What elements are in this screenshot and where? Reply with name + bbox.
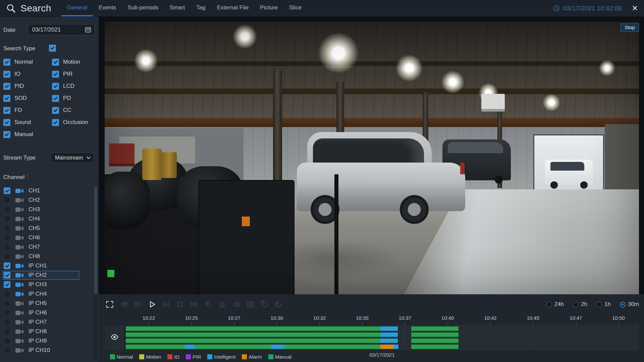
- tab-external-file[interactable]: External File: [211, 0, 254, 16]
- recording-segment-normal[interactable]: [126, 326, 381, 331]
- tab-slice[interactable]: Slice: [283, 0, 307, 16]
- checkbox[interactable]: [4, 291, 10, 297]
- tab-sub-periods[interactable]: Sub-periods: [122, 0, 164, 16]
- recording-segment-alarm[interactable]: [380, 345, 394, 349]
- range-option-2h[interactable]: 2h: [573, 301, 587, 308]
- play-icon[interactable]: [147, 300, 157, 309]
- timeline-row-ch1[interactable]: [125, 326, 639, 331]
- tab-events[interactable]: Events: [93, 0, 122, 16]
- checkbox[interactable]: [4, 272, 10, 279]
- channel-select-all-checkbox[interactable]: [28, 173, 28, 180]
- search-type-option-pid[interactable]: PID: [3, 80, 52, 92]
- video-player[interactable]: Stop: [105, 22, 639, 294]
- checkbox[interactable]: [52, 71, 59, 78]
- search-type-option-lcd[interactable]: LCD: [52, 80, 96, 92]
- range-option-1h[interactable]: 1h: [596, 301, 611, 308]
- calendar-icon[interactable]: [85, 26, 92, 33]
- checkbox[interactable]: [4, 319, 10, 325]
- recording-segment-intelligent[interactable]: [185, 345, 195, 349]
- checkbox[interactable]: [3, 71, 10, 78]
- tab-picture[interactable]: Picture: [254, 0, 283, 16]
- range-option-24h[interactable]: 24h: [546, 301, 564, 308]
- recording-segment-normal[interactable]: [284, 345, 380, 349]
- fullscreen-icon[interactable]: [105, 300, 114, 309]
- checkbox[interactable]: [3, 131, 10, 138]
- recording-segment-normal[interactable]: [126, 333, 381, 337]
- channel-row-ip-ch7[interactable]: IP CH7: [3, 318, 79, 326]
- recording-segment-intelligent[interactable]: [271, 345, 284, 349]
- recording-segment-normal[interactable]: [411, 326, 459, 331]
- channel-row-ip-ch9[interactable]: IP CH9: [3, 337, 79, 345]
- timeline-rows[interactable]: [125, 325, 639, 350]
- checkbox[interactable]: [52, 83, 59, 90]
- snapshot-icon[interactable]: [246, 300, 255, 309]
- channel-row-ch7[interactable]: CH7: [3, 243, 79, 251]
- range-option-30m[interactable]: 30m: [620, 301, 639, 308]
- channel-row-ch3[interactable]: CH3: [3, 205, 79, 214]
- recording-segment-normal[interactable]: [411, 339, 459, 343]
- tab-tag[interactable]: Tag: [191, 0, 211, 16]
- channel-row-ip-ch1[interactable]: IP CH1: [3, 261, 79, 270]
- stop-recording-button[interactable]: Stop: [621, 23, 639, 32]
- channel-row-ch2[interactable]: CH2: [3, 196, 79, 204]
- checkbox[interactable]: [4, 253, 10, 260]
- checkbox[interactable]: [4, 244, 10, 250]
- search-type-option-occlusion[interactable]: Occlusion: [52, 116, 96, 128]
- channel-row-ip-ch2[interactable]: IP CH2: [3, 271, 79, 280]
- recording-segment-normal[interactable]: [195, 345, 271, 349]
- timeline-eye-column[interactable]: [105, 325, 125, 350]
- checkbox[interactable]: [4, 225, 10, 232]
- search-type-option-cc[interactable]: CC: [52, 104, 96, 116]
- checkbox[interactable]: [4, 328, 10, 335]
- tab-smart[interactable]: Smart: [164, 0, 191, 16]
- recording-segment-intelligent[interactable]: [380, 339, 398, 343]
- channel-row-ch5[interactable]: CH5: [3, 224, 79, 233]
- close-icon[interactable]: ✕: [632, 5, 638, 12]
- radio-button[interactable]: [596, 302, 602, 307]
- channel-row-ip-ch3[interactable]: IP CH3: [3, 280, 79, 289]
- recording-segment-normal[interactable]: [411, 333, 459, 337]
- checkbox[interactable]: [3, 95, 10, 102]
- volume-icon[interactable]: [231, 300, 241, 309]
- cut-icon[interactable]: [217, 300, 227, 309]
- search-type-option-motion[interactable]: Motion: [52, 56, 96, 68]
- rewind-icon[interactable]: [119, 300, 128, 309]
- recording-segment-normal[interactable]: [126, 339, 381, 343]
- recording-segment-normal[interactable]: [411, 345, 459, 349]
- checkbox[interactable]: [4, 300, 10, 307]
- channel-row-ch1[interactable]: CH1: [3, 186, 79, 195]
- add-tag-icon[interactable]: [260, 300, 269, 309]
- channel-scrollbar-thumb[interactable]: [94, 187, 97, 294]
- checkbox[interactable]: [4, 206, 10, 213]
- checkbox[interactable]: [3, 83, 10, 90]
- checkbox[interactable]: [4, 197, 10, 203]
- checkbox[interactable]: [4, 216, 10, 222]
- tab-general[interactable]: General: [61, 0, 93, 16]
- checkbox[interactable]: [3, 59, 10, 66]
- timeline-row-ip-ch3[interactable]: [125, 345, 639, 349]
- radio-button[interactable]: [620, 302, 626, 307]
- checkbox[interactable]: [4, 262, 10, 269]
- search-type-option-pir[interactable]: PIR: [52, 68, 96, 80]
- fast-forward-icon[interactable]: [189, 300, 199, 309]
- recording-segment-intelligent[interactable]: [380, 326, 398, 331]
- checkbox[interactable]: [52, 119, 59, 126]
- slow-play-icon[interactable]: [133, 300, 143, 309]
- channel-row-ip-ch5[interactable]: IP CH5: [3, 299, 79, 308]
- timeline-row-ip-ch2[interactable]: [125, 339, 639, 343]
- radio-button[interactable]: [573, 302, 579, 307]
- channel-row-ch6[interactable]: CH6: [3, 233, 79, 242]
- recording-segment-normal[interactable]: [126, 345, 185, 349]
- checkbox[interactable]: [4, 187, 10, 194]
- channel-row-ip-ch6[interactable]: IP CH6: [3, 308, 79, 317]
- search-type-option-fd[interactable]: FD: [3, 104, 52, 116]
- recording-segment-intelligent[interactable]: [394, 345, 398, 349]
- channel-row-ip-ch10[interactable]: IP CH10: [3, 346, 79, 355]
- checkbox[interactable]: [4, 347, 10, 354]
- eye-icon[interactable]: [110, 333, 119, 343]
- checkbox[interactable]: [3, 119, 10, 126]
- checkbox[interactable]: [52, 95, 59, 102]
- channel-row-ch4[interactable]: CH4: [3, 215, 79, 223]
- checkbox[interactable]: [4, 281, 10, 288]
- checkbox[interactable]: [4, 234, 10, 241]
